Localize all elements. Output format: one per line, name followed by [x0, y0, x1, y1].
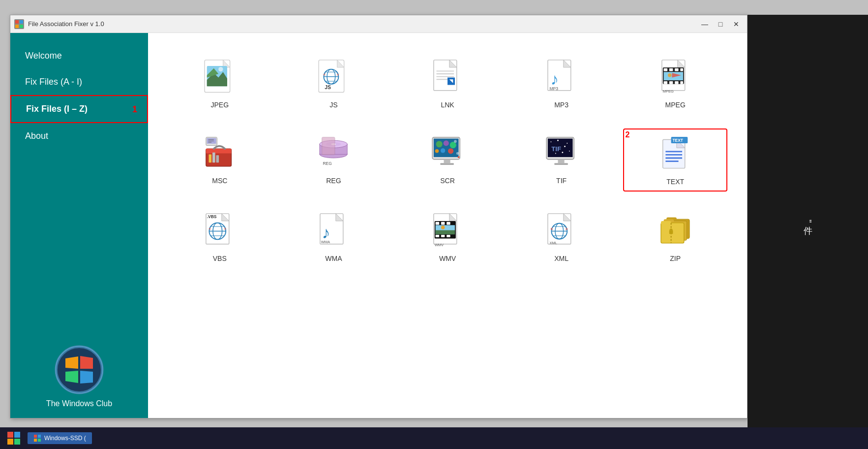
file-item-text[interactable]: 2 TEXT — [623, 128, 727, 192]
sidebar-item-fix-l-z[interactable]: Fix Files (I – Z) 1 — [10, 95, 148, 123]
svg-rect-122 — [447, 235, 451, 237]
svg-text:<: < — [551, 226, 553, 231]
window-title: File Association Fixer v 1.0 — [28, 20, 104, 28]
file-item-zip[interactable]: ZIP — [623, 206, 727, 267]
file-item-msc[interactable]: MSC — [168, 128, 272, 192]
right-edge-panel: 件" — [748, 15, 868, 427]
svg-point-11 — [218, 66, 223, 71]
zip-icon — [656, 211, 695, 251]
minimize-button[interactable]: — — [698, 18, 712, 30]
svg-rect-53 — [216, 155, 219, 162]
svg-text:TEXT: TEXT — [672, 138, 683, 143]
svg-rect-76 — [444, 159, 450, 163]
svg-text:<: < — [323, 72, 326, 76]
svg-rect-43 — [675, 81, 679, 84]
file-item-mpeg[interactable]: MPEG MPEG — [623, 53, 727, 114]
svg-point-83 — [567, 142, 568, 143]
svg-point-78 — [458, 156, 460, 158]
vbs-label: VBS — [213, 255, 227, 262]
svg-text:REG: REG — [323, 160, 331, 165]
sidebar-logo: The Windows Club — [10, 335, 148, 418]
content-area: Welcome Fix Files (A - I) Fix Files (I –… — [10, 33, 747, 418]
wmv-label: WMV — [439, 255, 456, 262]
tif-label: TIF — [556, 177, 567, 185]
svg-rect-124 — [436, 230, 455, 234]
mp3-icon: ♪ MP3 — [542, 58, 581, 97]
mpeg-label: MPEG — [665, 101, 686, 109]
svg-text:TIF: TIF — [551, 145, 561, 152]
svg-rect-40 — [680, 68, 683, 71]
main-content: JPEG — [148, 33, 747, 418]
svg-rect-42 — [669, 81, 673, 84]
close-button[interactable]: ✕ — [729, 18, 743, 30]
file-item-scr[interactable]: SCR — [395, 128, 500, 192]
svg-point-85 — [564, 146, 566, 147]
svg-point-68 — [436, 141, 443, 147]
svg-rect-92 — [662, 139, 685, 168]
svg-rect-37 — [663, 68, 667, 71]
svg-text:WMV: WMV — [435, 243, 444, 247]
reg-label: REG — [326, 177, 341, 185]
maximize-button[interactable]: □ — [714, 18, 727, 30]
svg-rect-44 — [680, 81, 683, 84]
svg-point-88 — [562, 152, 564, 153]
svg-text:>: > — [566, 226, 568, 231]
svg-text:JS: JS — [325, 84, 331, 90]
main-window: File Association Fixer v 1.0 — □ ✕ Welco… — [10, 15, 748, 418]
svg-rect-64 — [322, 137, 334, 155]
title-bar-left: File Association Fixer v 1.0 — [14, 19, 104, 29]
text-badge: 2 — [625, 130, 629, 139]
tif-icon: TIF — [542, 133, 581, 173]
zip-label: ZIP — [670, 255, 681, 262]
svg-rect-1 — [20, 20, 23, 24]
sidebar-item-about[interactable]: About — [10, 123, 148, 149]
svg-point-73 — [435, 149, 439, 153]
sidebar-item-welcome[interactable]: Welcome — [10, 43, 148, 69]
title-bar: File Association Fixer v 1.0 — □ ✕ — [10, 15, 747, 33]
right-edge-text: 件" — [802, 220, 814, 223]
fix-lz-badge: 1 — [132, 104, 137, 114]
svg-rect-91 — [554, 163, 568, 165]
svg-text:MPEG: MPEG — [662, 89, 673, 94]
msc-label: MSC — [212, 177, 227, 185]
svg-rect-77 — [440, 163, 454, 165]
mp3-label: MP3 — [554, 101, 569, 109]
svg-rect-145 — [7, 432, 13, 438]
sidebar-item-fix-a-i[interactable]: Fix Files (A - I) — [10, 69, 148, 95]
file-item-wmv[interactable]: WMV WMV — [395, 206, 500, 267]
file-item-js[interactable]: < > JS JS — [282, 53, 386, 114]
svg-rect-52 — [212, 152, 215, 162]
svg-rect-2 — [15, 25, 19, 28]
file-item-tif[interactable]: TIF TIF — [509, 128, 614, 192]
svg-rect-119 — [447, 222, 451, 224]
svg-point-74 — [454, 140, 457, 143]
svg-text:♪: ♪ — [551, 69, 559, 88]
file-item-reg[interactable]: REG REG — [282, 128, 386, 192]
lnk-label: LNK — [441, 101, 454, 109]
reg-icon: REG — [314, 133, 353, 173]
xml-label: XML — [554, 255, 569, 262]
taskbar-item-windows-ssd[interactable]: Windows-SSD ( — [28, 432, 92, 444]
text-icon: TEXT — [656, 134, 695, 174]
file-item-vbs[interactable]: < > .VBS VBS — [168, 206, 272, 267]
file-item-wma[interactable]: ♪ WMA WMA — [282, 206, 386, 267]
svg-rect-142 — [661, 221, 671, 224]
taskbar-item-label: Windows-SSD ( — [44, 435, 86, 442]
svg-point-71 — [441, 148, 445, 153]
svg-point-125 — [441, 225, 445, 229]
svg-rect-121 — [441, 235, 445, 237]
jpeg-icon — [200, 58, 239, 97]
wmv-icon: WMV — [428, 211, 467, 251]
svg-text:>: > — [336, 72, 339, 76]
taskbar-start-button[interactable] — [5, 429, 23, 447]
svg-rect-149 — [34, 435, 37, 438]
file-item-jpeg[interactable]: JPEG — [168, 53, 272, 114]
js-label: JS — [329, 101, 337, 109]
svg-rect-51 — [209, 154, 212, 162]
svg-point-87 — [555, 153, 556, 154]
svg-rect-151 — [34, 439, 37, 442]
file-item-xml[interactable]: < > XML XML — [509, 206, 614, 267]
svg-rect-118 — [441, 222, 445, 224]
file-item-mp3[interactable]: ♪ MP3 MP3 — [509, 53, 614, 114]
file-item-lnk[interactable]: LNK — [395, 53, 500, 114]
